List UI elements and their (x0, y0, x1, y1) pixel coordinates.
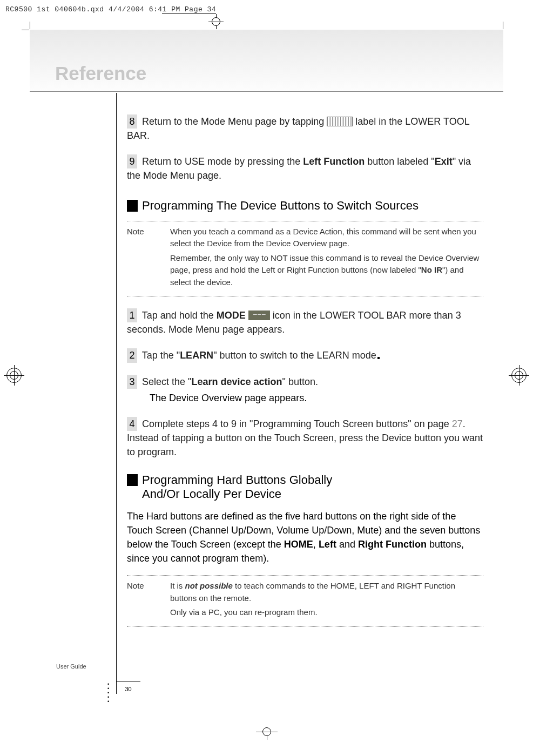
section-heading: Programming Hard Buttons Globally And/Or… (116, 473, 483, 502)
step-number: 1 (127, 308, 137, 322)
section-marker-icon (127, 474, 138, 486)
crop-line (162, 13, 216, 14)
lower-toolbar-label-icon (327, 117, 353, 126)
step-text: Tap the "LEARN" button to switch to the … (142, 350, 376, 361)
step-text: Return to the Mode Menu page by tapping (142, 116, 327, 127)
footer-label: User Guide (56, 663, 86, 670)
step-8: 8 Return to the Mode Menu page by tappin… (116, 114, 483, 143)
crop-mark-bottom (256, 724, 278, 740)
note-label: Note (127, 580, 170, 621)
body-paragraph: The Hard buttons are defined as the five… (116, 509, 483, 565)
note-text: Only via a PC, you can re-program them. (170, 606, 483, 619)
step-4: 4 Complete steps 4 to 9 in "Programming … (116, 417, 483, 459)
section-marker-icon (127, 200, 138, 212)
registration-mark-left (4, 365, 24, 386)
page-number: 30 (116, 681, 140, 692)
page-content: 8 Return to the Mode Menu page by tappin… (116, 93, 501, 702)
step-1: 1 Tap and hold the MODE icon in the LOWE… (116, 308, 483, 336)
note-text: When you teach a command as a Device Act… (170, 226, 483, 250)
note-text: It is not possible to teach commands to … (170, 580, 483, 604)
mode-icon (248, 310, 270, 320)
mode-label: MODE (217, 310, 246, 321)
note-label: Note (127, 226, 170, 291)
step-text: Select the "Learn device action" button. (142, 376, 318, 387)
print-header: RC9500 1st 040604b.qxd 4/4/2004 6:41 PM … (5, 5, 216, 14)
footer-bullets-icon: ••••• (107, 682, 109, 704)
period-icon (377, 357, 380, 359)
note-body: It is not possible to teach commands to … (170, 580, 483, 621)
step-number: 2 (127, 348, 137, 362)
note-box: Note When you teach a command as a Devic… (127, 221, 483, 297)
step-number: 3 (127, 375, 137, 389)
crop-mark-top (208, 14, 224, 29)
step-sub-text: The Device Overview page appears. (116, 391, 483, 405)
note-text: Remember, the only way to NOT issue this… (170, 252, 483, 289)
step-text: Complete steps 4 to 9 in "Programming To… (127, 418, 483, 457)
step-number: 8 (127, 114, 137, 129)
registration-mark-right (509, 365, 529, 386)
note-box: Note It is not possible to teach command… (127, 575, 483, 627)
step-text: Tap and hold the (142, 310, 217, 321)
section-title: Programming Hard Buttons Globally And/Or… (142, 473, 332, 502)
note-body: When you teach a command as a Device Act… (170, 226, 483, 291)
section-heading: Programming The Device Buttons to Switch… (116, 199, 483, 213)
section-title-line: And/Or Locally Per Device (142, 487, 281, 501)
chapter-title: Reference (55, 63, 146, 84)
step-9: 9 Return to USE mode by pressing the Lef… (116, 154, 483, 183)
step-2: 2 Tap the "LEARN" button to switch to th… (116, 348, 483, 362)
corner-mark (22, 30, 29, 30)
step-text: Return to USE mode by pressing the Left … (127, 156, 471, 181)
section-title: Programming The Device Buttons to Switch… (142, 199, 419, 213)
corner-mark (503, 22, 503, 29)
section-title-line: Programming Hard Buttons Globally (142, 473, 332, 487)
step-3: 3 Select the "Learn device action" butto… (116, 375, 483, 389)
step-number: 9 (127, 154, 137, 168)
corner-mark (30, 22, 30, 29)
step-number: 4 (127, 417, 137, 431)
